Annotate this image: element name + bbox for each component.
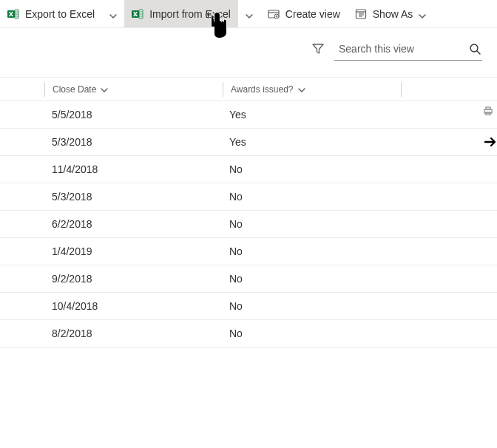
column-awards-label: Awards issued? — [231, 84, 294, 95]
cell-close-date: 1/4/2019 — [44, 245, 222, 257]
cell-close-date: 9/2/2018 — [44, 273, 222, 285]
search-box[interactable] — [334, 37, 482, 61]
table-row[interactable]: 1/4/2019No — [0, 237, 497, 265]
create-view-label: Create view — [285, 8, 340, 20]
table-row[interactable]: 10/4/2018No — [0, 292, 497, 320]
row-open-arrow-icon[interactable] — [484, 135, 497, 149]
export-dropdown[interactable] — [102, 0, 124, 27]
table-row[interactable]: 8/2/2018No — [0, 319, 497, 347]
table-row[interactable]: 11/4/2018No — [0, 155, 497, 183]
cell-awards-issued: Yes — [222, 136, 399, 148]
excel-icon — [7, 8, 19, 20]
filter-icon[interactable] — [312, 43, 324, 55]
cell-close-date: 11/4/2018 — [44, 163, 222, 175]
svg-point-20 — [470, 44, 478, 52]
table-row[interactable]: 5/3/2018No — [0, 183, 497, 211]
export-to-excel-button[interactable]: Export to Excel — [0, 0, 102, 27]
table-header-row: Close Date Awards issued? — [0, 78, 497, 101]
create-view-button[interactable]: Create view — [260, 0, 348, 27]
excel-icon — [132, 8, 143, 20]
cell-awards-issued: No — [222, 191, 399, 203]
chevron-down-icon — [101, 86, 108, 93]
table-row[interactable]: 5/5/2018Yes — [0, 101, 497, 129]
cell-close-date: 10/4/2018 — [44, 300, 222, 312]
filter-bar — [0, 28, 497, 77]
column-header-close-date[interactable]: Close Date — [53, 84, 108, 95]
chevron-down-icon — [246, 10, 253, 18]
show-as-icon — [355, 8, 367, 20]
svg-rect-15 — [356, 10, 365, 18]
cell-close-date: 6/2/2018 — [44, 218, 222, 230]
cell-close-date: 5/3/2018 — [44, 191, 222, 203]
svg-line-21 — [477, 51, 480, 54]
cell-close-date: 5/5/2018 — [44, 109, 222, 121]
import-dropdown[interactable] — [238, 0, 260, 27]
show-as-button[interactable]: Show As — [348, 0, 433, 27]
cell-awards-issued: No — [222, 300, 399, 312]
export-label: Export to Excel — [25, 8, 95, 20]
cell-close-date: 5/3/2018 — [44, 136, 222, 148]
cell-awards-issued: No — [222, 218, 399, 230]
search-input[interactable] — [339, 43, 469, 55]
import-label: Import from Excel — [149, 8, 231, 20]
cell-awards-issued: No — [222, 163, 399, 175]
column-header-awards-issued[interactable]: Awards issued? — [231, 84, 305, 95]
cell-awards-issued: Yes — [222, 109, 399, 121]
column-close-date-label: Close Date — [53, 84, 96, 95]
table-row[interactable]: 5/3/2018Yes — [0, 128, 497, 156]
cell-close-date: 8/2/2018 — [44, 327, 222, 339]
show-as-label: Show As — [373, 8, 413, 20]
table-row[interactable]: 6/2/2018No — [0, 210, 497, 238]
chevron-down-icon — [419, 10, 426, 18]
chevron-down-icon — [109, 10, 117, 18]
cell-awards-issued: No — [222, 327, 399, 339]
data-table: Close Date Awards issued? 5/5/2018Yes5/3… — [0, 77, 497, 347]
chevron-down-icon — [298, 86, 305, 93]
create-view-icon — [268, 8, 280, 20]
command-bar: Export to Excel Import from Excel — [0, 0, 497, 28]
cell-awards-issued: No — [222, 245, 399, 257]
cell-awards-issued: No — [222, 273, 399, 285]
search-icon[interactable] — [469, 43, 481, 55]
table-row[interactable]: 9/2/2018No — [0, 265, 497, 293]
import-from-excel-button[interactable]: Import from Excel — [124, 0, 238, 27]
